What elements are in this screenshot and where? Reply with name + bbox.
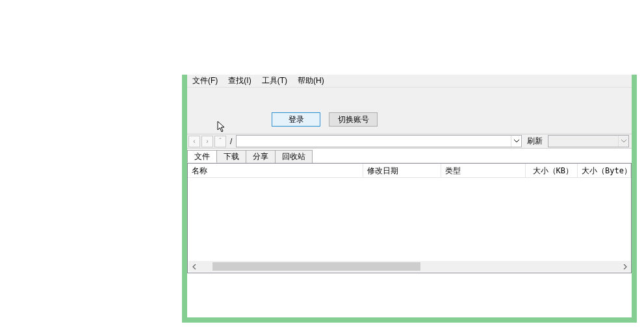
nav-forward-button[interactable]: ›: [201, 136, 213, 147]
tabbar: 文件 下载 分享 回收站: [187, 149, 632, 163]
column-size-byte[interactable]: 大小（Byte）: [578, 164, 631, 177]
path-separator: /: [227, 137, 235, 146]
column-name[interactable]: 名称: [188, 164, 363, 177]
toolbar: 登录 切换账号: [187, 88, 632, 134]
column-date[interactable]: 修改日期: [363, 164, 441, 177]
tab-recycle[interactable]: 回收站: [275, 150, 313, 163]
scroll-track[interactable]: [200, 261, 619, 272]
menu-help[interactable]: 帮助(H): [295, 74, 327, 88]
nav-back-button[interactable]: ‹: [188, 136, 200, 147]
horizontal-scrollbar[interactable]: [188, 261, 630, 272]
path-combobox[interactable]: [236, 135, 522, 147]
scroll-right-icon[interactable]: [619, 261, 630, 272]
scroll-thumb[interactable]: [213, 262, 420, 271]
refresh-button[interactable]: 刷新: [523, 136, 547, 147]
menu-find[interactable]: 查找(I): [225, 74, 253, 88]
window: 文件(F) 查找(I) 工具(T) 帮助(H) 登录 切换账号 ‹ › ˆ /: [182, 75, 637, 323]
menu-tools[interactable]: 工具(T): [259, 74, 290, 88]
menubar: 文件(F) 查找(I) 工具(T) 帮助(H): [187, 75, 632, 88]
filter-combobox[interactable]: [548, 135, 629, 147]
tab-downloads[interactable]: 下载: [216, 150, 246, 163]
list-header: 名称 修改日期 类型 大小（KB） 大小（Byte）: [188, 164, 631, 178]
scroll-left-icon[interactable]: [188, 261, 200, 272]
chevron-down-icon[interactable]: [618, 136, 628, 147]
tab-share[interactable]: 分享: [246, 150, 276, 163]
login-button[interactable]: 登录: [272, 112, 320, 127]
switch-account-button[interactable]: 切换账号: [329, 112, 378, 127]
cursor-icon: [217, 121, 227, 136]
navbar: ‹ › ˆ / 刷新: [187, 134, 632, 149]
nav-up-button[interactable]: ˆ: [214, 136, 226, 147]
file-listview[interactable]: 名称 修改日期 类型 大小（KB） 大小（Byte）: [187, 163, 632, 273]
menu-file[interactable]: 文件(F): [190, 74, 220, 88]
chevron-down-icon[interactable]: [511, 136, 521, 147]
tab-files[interactable]: 文件: [187, 150, 217, 163]
column-type[interactable]: 类型: [441, 164, 526, 177]
column-size-kb[interactable]: 大小（KB）: [526, 164, 578, 177]
